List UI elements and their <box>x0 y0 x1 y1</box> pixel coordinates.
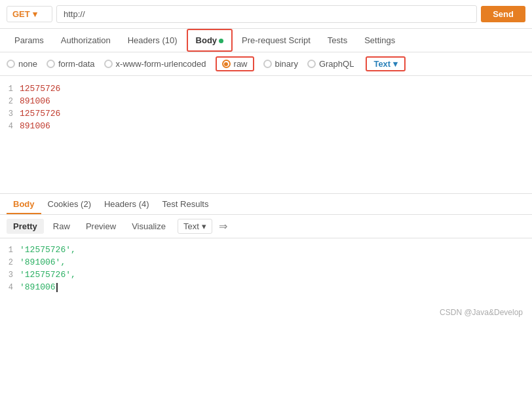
radio-raw <box>222 60 231 68</box>
cursor <box>56 283 58 292</box>
response-section: Body Cookies (2) Headers (4) Test Result… <box>0 194 532 304</box>
option-form-data[interactable]: form-data <box>47 59 95 69</box>
radio-graphql <box>307 60 316 68</box>
response-tab-test-results[interactable]: Test Results <box>156 194 216 214</box>
option-binary[interactable]: binary <box>263 59 298 69</box>
url-input[interactable] <box>56 5 477 23</box>
resp-line-1: 1 '12575726', <box>0 244 532 256</box>
send-button[interactable]: Send <box>481 6 525 22</box>
req-line-3: 3 12575726 <box>0 107 532 120</box>
body-dot <box>219 39 223 43</box>
chevron-down-icon: ▾ <box>33 9 37 19</box>
radio-binary <box>263 60 272 68</box>
response-tab-nav: Body Cookies (2) Headers (4) Test Result… <box>0 194 532 215</box>
body-options-row: none form-data x-www-form-urlencoded raw… <box>0 52 532 76</box>
option-graphql[interactable]: GraphQL <box>307 59 354 69</box>
tab-authorization[interactable]: Authorization <box>53 30 119 50</box>
sub-tab-pretty[interactable]: Pretty <box>7 219 44 234</box>
req-line-4: 4 891006 <box>0 120 532 132</box>
resp-line-4: 4 '891006 <box>0 281 532 293</box>
chevron-down-icon: ▾ <box>393 59 398 69</box>
text-format-dropdown[interactable]: Text ▾ <box>366 56 406 71</box>
response-body-editor: 1 '12575726', 2 '891006', 3 '12575726', … <box>0 238 532 304</box>
radio-form-data <box>47 60 55 68</box>
option-urlencoded[interactable]: x-www-form-urlencoded <box>104 59 206 69</box>
option-none[interactable]: none <box>7 59 37 69</box>
response-tab-cookies[interactable]: Cookies (2) <box>41 194 98 214</box>
url-bar: GET ▾ Send <box>0 0 532 29</box>
watermark: CSDN @Java&Develop <box>0 304 532 321</box>
chevron-down-icon: ▾ <box>202 221 206 231</box>
tab-settings[interactable]: Settings <box>356 30 403 50</box>
response-tab-headers[interactable]: Headers (4) <box>98 194 156 214</box>
radio-none <box>7 60 15 68</box>
resp-line-3: 3 '12575726', <box>0 269 532 281</box>
req-line-1: 1 12575726 <box>0 83 532 95</box>
response-tab-body[interactable]: Body <box>7 194 41 214</box>
request-body-editor[interactable]: 1 12575726 2 891006 3 12575726 4 891006 <box>0 76 532 194</box>
req-line-2: 2 891006 <box>0 95 532 107</box>
tab-tests[interactable]: Tests <box>320 30 355 50</box>
tab-headers[interactable]: Headers (10) <box>120 30 185 50</box>
method-select[interactable]: GET ▾ <box>7 6 52 22</box>
sub-tab-preview[interactable]: Preview <box>79 219 123 234</box>
method-label: GET <box>12 9 30 19</box>
tab-params[interactable]: Params <box>7 30 52 50</box>
radio-urlencoded <box>104 60 113 68</box>
sub-tab-visualize[interactable]: Visualize <box>125 219 172 234</box>
tab-body[interactable]: Body <box>187 29 233 52</box>
response-text-dropdown[interactable]: Text ▾ <box>178 219 212 234</box>
top-tab-nav: Params Authorization Headers (10) Body P… <box>0 29 532 52</box>
response-sub-tab-nav: Pretty Raw Preview Visualize Text ▾ ⇒ <box>0 215 532 238</box>
tab-pre-request-script[interactable]: Pre-request Script <box>234 30 318 50</box>
sub-tab-raw[interactable]: Raw <box>47 219 77 234</box>
wrap-icon[interactable]: ⇒ <box>219 220 227 233</box>
option-raw[interactable]: raw <box>216 56 254 71</box>
resp-line-2: 2 '891006', <box>0 256 532 269</box>
